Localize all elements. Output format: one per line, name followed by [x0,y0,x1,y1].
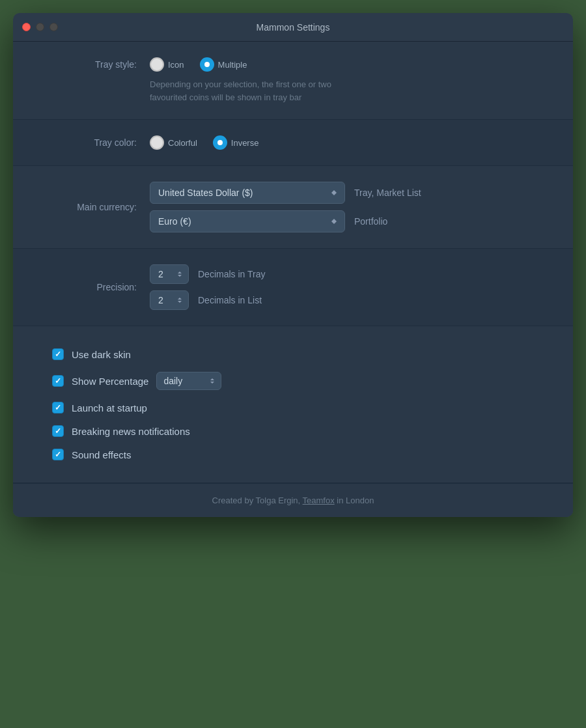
tray-currency-context-label: Tray, Market List [354,188,421,198]
tray-color-inverse-label: Inverse [231,138,259,148]
list-precision-label: Decimals in List [198,295,262,305]
portfolio-currency-dropdown[interactable]: Euro (€) United States Dollar ($) Britis… [150,210,345,232]
breaking-news-checkbox[interactable] [52,425,64,437]
main-currency-row: Main currency: United States Dollar ($) … [52,182,534,232]
precision-row: Precision: 2 3 4 5 6 Decimals in Tray [52,264,534,310]
tray-color-section: Tray color: Colorful Inverse [13,120,573,166]
tray-precision-label: Decimals in Tray [198,269,265,279]
tray-color-inverse-radio[interactable] [213,135,227,150]
title-bar: Mammon Settings [13,13,573,42]
tray-currency-dropdown[interactable]: United States Dollar ($) Euro (€) Britis… [150,182,345,204]
breaking-news-label: Breaking news notifications [72,426,190,437]
tray-style-icon-option[interactable]: Icon [150,57,184,72]
portfolio-currency-row: Euro (€) United States Dollar ($) Britis… [150,210,421,232]
tray-color-colorful-radio[interactable] [150,135,164,150]
tray-style-radio-group: Icon Multiple [150,57,247,72]
tray-color-colorful-option[interactable]: Colorful [150,135,197,150]
launch-startup-checkbox-item[interactable]: Launch at startup [52,402,534,413]
footer-text-after: in London [335,496,374,505]
tray-style-multiple-radio[interactable] [200,57,214,72]
close-button[interactable] [22,23,31,31]
teamfox-link[interactable]: Teamfox [303,496,335,505]
dark-skin-checkbox-item[interactable]: Use dark skin [52,348,534,360]
launch-startup-label: Launch at startup [72,402,147,413]
minimize-button[interactable] [36,23,44,31]
precision-section: Precision: 2 3 4 5 6 Decimals in Tray [13,249,573,326]
tray-precision-spinner[interactable]: 2 3 4 5 6 [150,264,189,284]
show-percentage-checkbox[interactable] [52,375,64,387]
tray-style-row: Tray style: Icon Multiple [52,57,534,72]
tray-style-multiple-label: Multiple [218,60,247,70]
tray-style-multiple-option[interactable]: Multiple [200,57,247,72]
maximize-button[interactable] [49,23,58,31]
tray-precision-row: 2 3 4 5 6 Decimals in Tray [150,264,265,284]
show-percentage-dropdown[interactable]: daily weekly monthly [156,372,221,390]
main-currency-label: Main currency: [52,202,137,212]
tray-style-description: Depending on your selection, the first o… [150,78,534,104]
footer: Created by Tolga Ergin, Teamfox in Londo… [13,483,573,517]
show-percentage-checkbox-item[interactable]: Show Percentage daily weekly monthly [52,372,534,390]
tray-color-radio-group: Colorful Inverse [150,135,258,150]
launch-startup-checkbox[interactable] [52,402,64,413]
settings-window: Mammon Settings Tray style: Icon Multipl… [13,13,573,517]
sound-effects-label: Sound effects [72,449,131,460]
tray-color-inverse-option[interactable]: Inverse [213,135,259,150]
dark-skin-label: Use dark skin [72,349,131,360]
sound-effects-checkbox[interactable] [52,449,64,460]
checkbox-group: Use dark skin Show Percentage daily week… [52,342,534,467]
list-precision-row: 2 3 4 5 6 Decimals in List [150,290,265,310]
tray-color-row: Tray color: Colorful Inverse [52,135,534,150]
window-title: Mammon Settings [257,22,330,33]
tray-color-colorful-label: Colorful [168,138,197,148]
breaking-news-checkbox-item[interactable]: Breaking news notifications [52,425,534,437]
list-precision-spinner[interactable]: 2 3 4 5 6 [150,290,189,310]
tray-style-icon-radio[interactable] [150,57,164,72]
tray-style-section: Tray style: Icon Multiple Depending on y… [13,42,573,120]
portfolio-currency-context-label: Portfolio [354,216,387,227]
precision-controls: 2 3 4 5 6 Decimals in Tray 2 3 4 [150,264,265,310]
show-percentage-label: Show Percentage [72,376,148,387]
footer-text-before: Created by Tolga Ergin, [212,496,303,505]
tray-currency-row: United States Dollar ($) Euro (€) Britis… [150,182,421,204]
traffic-lights [22,23,58,31]
currency-dropdowns: United States Dollar ($) Euro (€) Britis… [150,182,421,232]
sound-effects-checkbox-item[interactable]: Sound effects [52,449,534,460]
tray-style-label: Tray style: [52,59,137,70]
settings-content: Tray style: Icon Multiple Depending on y… [13,42,573,517]
checkboxes-section: Use dark skin Show Percentage daily week… [13,326,573,483]
tray-style-icon-label: Icon [168,60,184,70]
precision-label: Precision: [52,282,137,292]
dark-skin-checkbox[interactable] [52,348,64,360]
main-currency-section: Main currency: United States Dollar ($) … [13,166,573,249]
tray-color-label: Tray color: [52,137,137,148]
